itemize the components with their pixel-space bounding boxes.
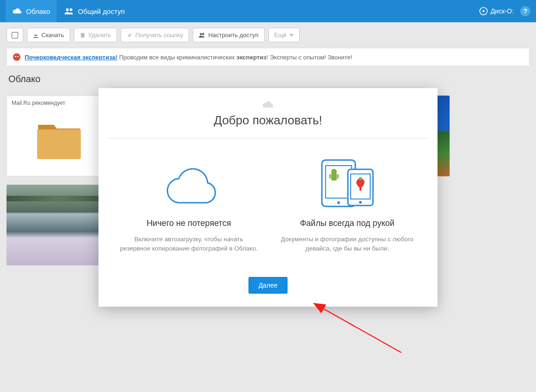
cloud-icon [12, 7, 22, 15]
svg-point-0 [66, 8, 69, 11]
people-icon [199, 32, 205, 38]
help-glyph: ? [523, 7, 528, 15]
feature-title: Ничего не потеряется [119, 218, 259, 228]
svg-point-16 [331, 169, 337, 174]
divider [110, 138, 426, 139]
feature-desc: Включите автозагрузку, чтобы начать резе… [119, 235, 259, 254]
folder-icon [36, 122, 82, 159]
tab-cloud[interactable]: Облако [6, 0, 57, 22]
download-label: Скачать [41, 32, 64, 39]
disk-o-icon [479, 7, 488, 15]
svg-point-7 [15, 56, 16, 58]
delete-label: Удалить [88, 32, 111, 39]
page-title: Облако [7, 71, 529, 87]
svg-rect-19 [360, 187, 361, 191]
disk-o-link[interactable]: Диск-О: [479, 7, 514, 15]
welcome-modal: Добро пожаловать! Ничего не потеряется В… [98, 88, 438, 307]
svg-rect-18 [337, 174, 339, 179]
next-button[interactable]: Далее [248, 277, 287, 294]
modal-footer: Далее [110, 277, 426, 294]
help-button[interactable]: ? [520, 6, 530, 16]
trash-icon [80, 32, 85, 38]
feature-desc: Документы и фотографии доступны с любого… [277, 235, 417, 254]
tile-label: Mail.Ru рекомендует [12, 100, 65, 106]
tile-recommended-folder[interactable]: Mail.Ru рекомендует [7, 96, 111, 176]
svg-point-3 [483, 10, 484, 12]
feature-title: Файлы всегда под рукой [277, 218, 417, 228]
svg-line-21 [314, 303, 401, 353]
ad-banner[interactable]: Почерковедческая экспертиза! Проводим вс… [7, 48, 529, 66]
configure-access-label: Настроить доступ [208, 32, 258, 39]
header-right: Диск-О: ? [479, 6, 530, 16]
svg-point-6 [13, 53, 20, 61]
download-button[interactable]: Скачать [27, 28, 70, 42]
ad-link[interactable]: Почерковедческая экспертиза! [25, 54, 118, 61]
devices-icon [277, 153, 417, 213]
svg-point-1 [70, 8, 72, 11]
svg-point-8 [17, 56, 19, 58]
tab-shared[interactable]: Общий доступ [58, 0, 131, 22]
download-icon [33, 32, 39, 38]
get-link-button[interactable]: Получить ссылку [121, 28, 189, 42]
svg-point-11 [337, 201, 340, 204]
cloud-outline-icon [119, 153, 259, 213]
toolbar: Скачать Удалить Получить ссылку Настроит… [0, 22, 536, 48]
feature-row: Ничего не потеряется Включите автозагруз… [110, 153, 426, 254]
tab-shared-label: Общий доступ [78, 7, 125, 15]
feature-devices: Файлы всегда под рукой Документы и фотог… [268, 153, 426, 254]
svg-point-4 [200, 33, 202, 35]
feature-backup: Ничего не потеряется Включите автозагруз… [110, 153, 268, 254]
chevron-down-icon [289, 34, 294, 37]
get-link-label: Получить ссылку [135, 32, 183, 39]
configure-access-button[interactable]: Настроить доступ [193, 28, 264, 42]
thumbnail-image [7, 185, 111, 265]
link-icon [127, 32, 132, 38]
svg-point-5 [203, 33, 204, 35]
app-header: Облако Общий доступ Диск-О: ? [0, 0, 536, 22]
people-icon [64, 7, 74, 15]
modal-title: Добро пожаловать! [110, 113, 426, 128]
checkbox-icon [12, 32, 18, 39]
tab-cloud-label: Облако [26, 7, 50, 15]
svg-point-20 [359, 177, 362, 180]
ad-mascot-icon [13, 53, 21, 61]
svg-point-14 [359, 201, 362, 204]
disk-o-label: Диск-О: [490, 7, 514, 15]
tile-image-lake[interactable] [7, 185, 111, 265]
header-tabs: Облако Общий доступ [6, 0, 131, 22]
svg-rect-17 [329, 174, 331, 179]
delete-button[interactable]: Удалить [74, 28, 118, 42]
modal-cloud-icon [110, 100, 426, 109]
ad-text: Почерковедческая экспертиза! Проводим вс… [25, 54, 352, 61]
select-all-checkbox[interactable] [7, 28, 23, 42]
more-button[interactable]: Ещё [268, 28, 300, 42]
more-label: Ещё [275, 32, 287, 39]
